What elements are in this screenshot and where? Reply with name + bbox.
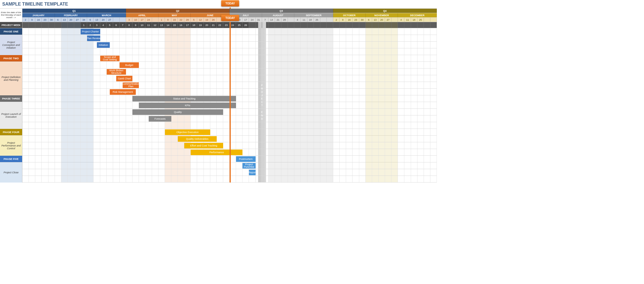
project-week-cell: 20 [204,22,210,28]
header-cell: 11 [301,18,307,22]
header-cell: 13 [94,18,100,22]
task-bar[interactable]: Effort and Cost Tracking [184,143,223,148]
project-week-cell: 4 [100,22,107,28]
header-cell: 21 [275,18,281,22]
header-cell: 3 [230,18,236,22]
task-bar[interactable]: Gantt Chart [116,76,132,81]
project-week-cell: 12 [152,22,158,28]
task-bar[interactable]: Postmortem [236,156,255,162]
task-bar[interactable]: Initiation [97,42,110,48]
project-week-cell: 6 [113,22,120,28]
task-bar[interactable]: Work Bkdwn Structure [107,69,126,75]
task-bar[interactable]: Budget [120,62,139,68]
task-bar[interactable]: KPIs [139,103,236,108]
header-cell: 6 [87,18,94,22]
header-cell: 12 [197,18,204,22]
task-bar[interactable]: Risk Management [110,89,136,95]
phase-header: PHASE ONE [0,28,22,35]
project-week-cell: 8 [126,22,132,28]
header-cell: 9 [29,18,35,22]
project-week-cell: 16 [178,22,184,28]
task-bar[interactable]: Project Punchlist [242,163,255,169]
header-cell: 6 [366,18,372,22]
header-cell: 10 [132,18,139,22]
header-cell: 5 [191,18,197,22]
task-bar[interactable]: Status and Tracking [132,96,236,101]
header-cell: 28 [281,18,288,22]
header-cell: 18 [411,18,417,22]
phase-header: PHASE FIVE [0,156,22,162]
task-bar[interactable]: Performance [191,150,242,155]
gantt-chart: TODAYPROJECT END Enter the date of the f… [0,9,437,183]
project-week-cell [301,22,307,28]
header-cell: 22 [178,18,184,22]
header-cell: 15 [171,18,178,22]
project-week-cell [430,22,437,28]
page-title: SAMPLE TIMELINE TEMPLATE [0,0,437,9]
project-week-cell [385,22,391,28]
header-cell [320,18,327,22]
header-cell: 16 [35,18,42,22]
header-cell: 2 [22,18,29,22]
project-week-cell [288,22,294,28]
header-cell: 27 [74,18,81,22]
header-cell: 27 [385,18,391,22]
header-cell [152,18,158,22]
header-cell: 16 [346,18,353,22]
project-week-cell [366,22,372,28]
project-week-cell [359,22,366,28]
header-cell: 26 [210,18,217,22]
header-cell [391,18,398,22]
task-bar[interactable]: Plan Review [87,36,100,41]
header-cell: 17 [139,18,145,22]
header-cell: 29 [184,18,191,22]
task-bar[interactable]: Report [249,170,255,175]
phase-desc: Project Performance and Control [0,136,22,156]
month-header-row: JANUARYFEBRUARYMARCHAPRILMAYJUNEJULYAUGU… [22,13,437,17]
project-week-cell [29,22,35,28]
project-week-cell: 15 [171,22,178,28]
header-cell: 10 [236,18,242,22]
header-cell: 7 [262,18,269,22]
project-week-cell [269,22,275,28]
date-header-row: 2916233061320273461320273101724181522295… [22,18,437,22]
header-cell: JULY [230,13,262,17]
phase-header: PHASE THREE [0,95,22,102]
project-week-cell [320,22,327,28]
project-week-cell [372,22,379,28]
today-flag: TODAY [221,0,239,6]
project-week-cell [417,22,424,28]
project-week-cell [340,22,346,28]
task-bar[interactable]: Communication Plan [123,82,139,88]
header-cell: 1 [158,18,165,22]
task-bar[interactable]: Forecasts [149,116,171,122]
header-cell [120,18,126,22]
header-cell: 24 [145,18,152,22]
task-bar[interactable]: Quality [132,109,223,115]
project-week-cell [398,22,404,28]
header-cell: 24 [249,18,255,22]
task-bar[interactable]: Objective Execution [165,129,210,135]
project-week-cell [314,22,320,28]
header-cell: 31 [256,18,262,22]
header-cell: Q4 [333,9,437,13]
project-week-cell: 13 [158,22,165,28]
task-bar[interactable]: Quality Deliverables [178,136,217,142]
project-week-cell [275,22,281,28]
header-cell [113,18,120,22]
header-cell: 8 [165,18,171,22]
task-bar[interactable]: Project Charter [81,29,100,34]
phase-header: PHASE TWO [0,55,22,61]
project-week-cell [333,22,340,28]
project-week-cell: 1 [81,22,87,28]
project-week-cell [61,22,68,28]
header-cell: SEPTEMBER [294,13,333,17]
header-cell: 9 [340,18,346,22]
project-week-cell [42,22,48,28]
header-cell: MAY [158,13,191,17]
header-cell: 27 [107,18,113,22]
header-cell: JANUARY [22,13,55,17]
task-bar[interactable]: Scope and Goal Setting [100,56,120,61]
project-week-cell: 25 [236,22,242,28]
project-week-cell [262,22,269,28]
